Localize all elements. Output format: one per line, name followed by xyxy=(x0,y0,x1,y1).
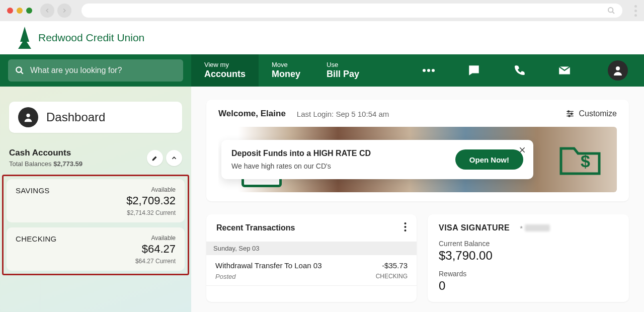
promo-body: We have high rates on our CD's xyxy=(231,162,446,170)
nav-tab-accounts[interactable]: View my Accounts xyxy=(191,54,259,87)
svg-point-5 xyxy=(427,69,430,72)
maximize-window-button[interactable] xyxy=(26,8,32,14)
collapse-accounts-button[interactable] xyxy=(166,150,182,166)
welcome-text: Welcome, Elaine xyxy=(218,109,286,119)
dashboard-label: Dashboard xyxy=(46,110,105,124)
close-window-button[interactable] xyxy=(7,8,13,14)
search-icon xyxy=(15,66,24,75)
nav-tab-big: Bill Pay xyxy=(327,69,359,80)
transaction-desc: Withdrawal Transfer To Loan 03 xyxy=(215,261,322,270)
phone-icon[interactable] xyxy=(512,63,526,77)
cash-accounts-heading: Cash Accounts xyxy=(9,148,83,158)
svg-point-6 xyxy=(432,69,435,72)
available-amount: $2,709.32 xyxy=(126,194,176,207)
tree-icon xyxy=(17,27,32,49)
recent-transactions-panel: Recent Transactions Sunday, Sep 03 Withd… xyxy=(206,214,417,302)
sidebar: Dashboard Cash Accounts Total Balances $… xyxy=(0,87,191,312)
current-balance-amount: $3,790.00 xyxy=(439,249,618,263)
forward-button[interactable] xyxy=(57,4,71,18)
more-vertical-icon xyxy=(404,222,407,231)
messages-icon[interactable] xyxy=(467,63,481,77)
svg-point-13 xyxy=(571,113,573,115)
svg-point-14 xyxy=(569,115,570,117)
recent-transactions-title: Recent Transactions xyxy=(216,223,295,232)
more-menu-button[interactable] xyxy=(422,63,436,77)
svg-point-2 xyxy=(16,67,22,72)
search-input[interactable] xyxy=(30,66,176,75)
account-card-savings[interactable]: SAVINGS Available $2,709.32 $2,714.32 Cu… xyxy=(7,179,185,222)
primary-nav: View my Accounts Move Money Use Bill Pay xyxy=(0,54,644,87)
browser-chrome xyxy=(0,0,644,21)
nav-tab-move-money[interactable]: Move Money xyxy=(259,54,313,87)
customize-label: Customize xyxy=(579,109,617,118)
svg-line-3 xyxy=(21,71,23,74)
brand-logo[interactable]: Redwood Credit Union xyxy=(17,27,144,49)
transaction-row[interactable]: Withdrawal Transfer To Loan 03 Posted -$… xyxy=(206,255,417,286)
chevron-up-icon xyxy=(171,154,178,162)
current-amount: $2,714.32 Current xyxy=(126,209,176,216)
address-bar[interactable] xyxy=(82,4,622,18)
available-amount: $64.27 xyxy=(135,243,176,256)
total-balances: Total Balances $2,773.59 xyxy=(9,160,83,168)
minimize-window-button[interactable] xyxy=(17,8,23,14)
transaction-account: CHECKING xyxy=(376,273,408,280)
account-name: CHECKING xyxy=(16,235,57,265)
site-search[interactable] xyxy=(8,59,183,82)
recent-more-button[interactable] xyxy=(404,222,407,233)
dashboard-card[interactable]: Dashboard xyxy=(9,102,182,133)
customize-button[interactable]: Customize xyxy=(566,109,617,118)
pencil-icon xyxy=(151,154,158,162)
svg-line-1 xyxy=(612,12,614,14)
accounts-highlight: SAVINGS Available $2,709.32 $2,714.32 Cu… xyxy=(2,175,189,275)
svg-point-7 xyxy=(616,66,620,70)
nav-tab-big: Money xyxy=(272,69,300,80)
available-label: Available xyxy=(126,186,176,193)
nav-tab-bill-pay[interactable]: Use Bill Pay xyxy=(313,54,372,87)
promo-banner: Deposit Funds into a HIGH RATE CD We hav… xyxy=(218,127,617,192)
close-icon xyxy=(518,146,526,154)
main-content: Welcome, Elaine Last Login: Sep 5 10:54 … xyxy=(191,87,644,312)
visa-panel: VISA SIGNATURE * Current Balance $3,790.… xyxy=(428,214,629,302)
svg-point-20 xyxy=(405,229,407,231)
nav-tab-small: Move xyxy=(272,61,300,69)
promo-card: Deposit Funds into a HIGH RATE CD We hav… xyxy=(221,140,533,179)
edit-accounts-button[interactable] xyxy=(147,150,163,166)
account-card-checking[interactable]: CHECKING Available $64.27 $64.27 Current xyxy=(7,227,185,271)
svg-point-4 xyxy=(423,69,426,72)
browser-menu-button[interactable] xyxy=(634,5,637,17)
close-promo-button[interactable] xyxy=(518,146,526,156)
rewards-label: Rewards xyxy=(439,270,618,278)
svg-point-19 xyxy=(405,226,407,228)
svg-point-8 xyxy=(26,114,30,117)
transaction-date: Sunday, Sep 03 xyxy=(206,242,417,255)
visa-masked-number: * xyxy=(520,224,550,232)
promo-title: Deposit Funds into a HIGH RATE CD xyxy=(231,149,446,158)
transaction-status: Posted xyxy=(215,273,322,280)
profile-avatar[interactable] xyxy=(608,60,628,81)
open-now-button[interactable]: Open Now! xyxy=(455,149,523,170)
money-folder-icon: $ xyxy=(558,141,602,178)
svg-point-12 xyxy=(568,111,570,112)
nav-tab-small: Use xyxy=(327,61,359,69)
nav-tab-big: Accounts xyxy=(204,69,246,80)
back-button[interactable] xyxy=(40,4,54,18)
rewards-amount: 0 xyxy=(439,279,618,293)
mail-icon[interactable] xyxy=(557,63,572,77)
available-label: Available xyxy=(135,235,176,242)
visa-title: VISA SIGNATURE xyxy=(439,223,510,232)
account-name: SAVINGS xyxy=(16,186,50,216)
sliders-icon xyxy=(566,109,575,118)
nav-tab-small: View my xyxy=(204,61,246,69)
last-login-text: Last Login: Sep 5 10:54 am xyxy=(297,110,389,118)
window-controls xyxy=(7,8,32,14)
current-amount: $64.27 Current xyxy=(135,258,176,265)
brand-header: Redwood Credit Union xyxy=(0,21,644,54)
search-icon xyxy=(607,7,615,15)
svg-point-0 xyxy=(608,8,613,12)
brand-name: Redwood Credit Union xyxy=(38,32,144,44)
transaction-amount: -$35.73 xyxy=(376,261,408,270)
svg-text:$: $ xyxy=(581,151,590,171)
person-icon xyxy=(18,107,38,127)
current-balance-label: Current Balance xyxy=(439,240,618,248)
svg-point-18 xyxy=(405,222,407,224)
